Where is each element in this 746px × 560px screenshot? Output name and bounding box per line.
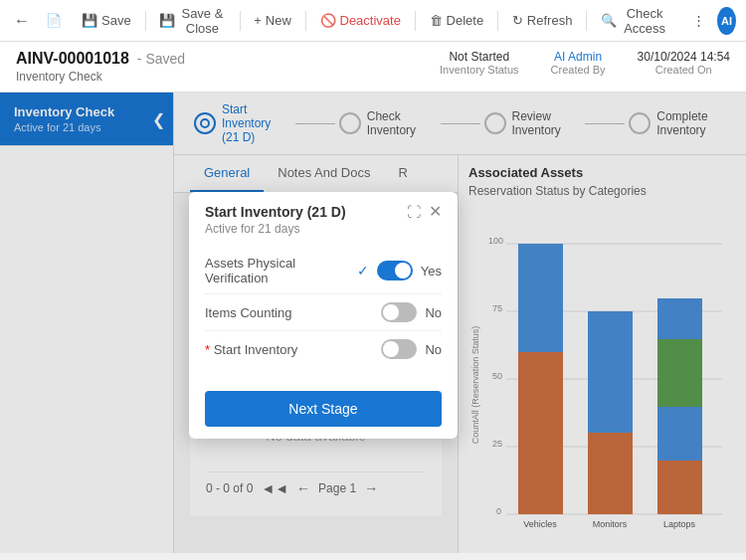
- sidebar-item-inventory-check[interactable]: Inventory Check Active for 21 days ❮: [0, 93, 173, 146]
- status-value: Not Started: [440, 50, 519, 64]
- assets-physical-toggle[interactable]: [377, 261, 413, 280]
- start-inventory-toggle[interactable]: [381, 339, 417, 359]
- user-avatar[interactable]: AI: [717, 7, 736, 35]
- svg-text:Monitors: Monitors: [593, 519, 628, 529]
- modal-body: Assets Physical Verification ✓ Yes Items…: [189, 236, 458, 379]
- items-counting-toggle[interactable]: [381, 302, 417, 322]
- back-button[interactable]: ←: [10, 8, 34, 34]
- refresh-label: Refresh: [527, 13, 573, 28]
- modal-expand-button[interactable]: ⛶: [407, 204, 421, 220]
- record-type: Inventory Check: [16, 70, 185, 84]
- save-icon: 💾: [82, 13, 97, 28]
- stage-circle-start: [194, 112, 216, 134]
- modal-header: Start Inventory (21 D) Active for 21 day…: [189, 192, 458, 236]
- delete-button[interactable]: 🗑 Delete: [422, 9, 492, 32]
- items-counting-value: No: [425, 305, 442, 320]
- created-on-value: 30/10/2024 14:54: [638, 50, 730, 64]
- separator-2: [240, 11, 241, 31]
- svg-rect-11: [518, 352, 563, 514]
- modal-title: Start Inventory (21 D): [205, 204, 346, 220]
- svg-rect-12: [518, 244, 563, 352]
- save-close-label: Save & Close: [179, 6, 225, 36]
- save-close-button[interactable]: 💾 Save & Close: [151, 2, 233, 40]
- stage-circle-complete: [629, 112, 651, 134]
- associated-assets-title: Associated Assets: [468, 165, 736, 180]
- svg-text:100: 100: [488, 236, 503, 246]
- tab-notes-and-docs[interactable]: Notes And Docs: [264, 155, 384, 192]
- next-page-button[interactable]: →: [364, 480, 378, 496]
- tab-general[interactable]: General: [190, 155, 264, 192]
- refresh-icon: ↻: [512, 13, 523, 28]
- svg-rect-19: [657, 339, 702, 407]
- tab-general-label: General: [204, 165, 250, 180]
- stage-connector-2: [441, 123, 480, 124]
- new-label: New: [266, 13, 291, 28]
- new-icon: +: [254, 13, 262, 28]
- header-title: AINV-00001018 - Saved: [16, 50, 185, 68]
- stage-start-inventory[interactable]: Start Inventory (21 D): [194, 102, 291, 144]
- status-meta: Not Started Inventory Status: [440, 50, 519, 76]
- chart-wrapper: CountAll (Reservation Status) 0 25 50 75…: [468, 206, 736, 544]
- next-stage-button[interactable]: Next Stage: [205, 391, 442, 427]
- svg-rect-15: [588, 311, 633, 433]
- save-close-icon: 💾: [159, 13, 175, 28]
- delete-icon: 🗑: [430, 13, 443, 28]
- stage-label-review: Review Inventory: [512, 109, 582, 137]
- stage-circle-review: [484, 112, 506, 134]
- modal-row-assets-physical: Assets Physical Verification ✓ Yes: [205, 248, 442, 294]
- header-meta: Not Started Inventory Status AI Admin Cr…: [440, 50, 730, 76]
- tab-related[interactable]: R: [384, 155, 421, 192]
- save-button[interactable]: 💾 Save: [74, 9, 139, 32]
- refresh-button[interactable]: ↻ Refresh: [504, 9, 581, 32]
- check-access-button[interactable]: 🔍 Check Access: [593, 2, 676, 40]
- page-label: Page 1: [318, 481, 356, 495]
- modal-close-button[interactable]: ✕: [429, 204, 442, 220]
- stage-connector-1: [295, 123, 335, 124]
- modal-title-group: Start Inventory (21 D) Active for 21 day…: [205, 204, 346, 236]
- main-layout: Inventory Check Active for 21 days ❮ Sta…: [0, 93, 746, 553]
- prev-page-button[interactable]: ←: [296, 480, 310, 496]
- items-counting-label: Items Counting: [205, 305, 291, 320]
- sidebar-item-title-0: Inventory Check: [14, 104, 159, 119]
- stage-circle-check: [339, 112, 361, 134]
- saved-indicator: - Saved: [137, 51, 185, 67]
- created-on-meta: 30/10/2024 14:54 Created On: [638, 50, 730, 76]
- deactivate-button[interactable]: 🚫 Deactivate: [312, 9, 409, 32]
- created-on-label: Created On: [638, 64, 730, 76]
- svg-text:75: 75: [492, 303, 502, 313]
- assets-physical-value: Yes: [421, 264, 442, 279]
- stage-check-inventory[interactable]: Check Inventory: [339, 109, 437, 137]
- more-icon: ⋮: [692, 13, 705, 28]
- modal-actions: ⛶ ✕: [407, 204, 442, 220]
- separator-4: [415, 11, 416, 31]
- deactivate-label: Deactivate: [340, 13, 401, 28]
- stage-complete-inventory[interactable]: Complete Inventory: [629, 109, 726, 137]
- reservation-status-title: Reservation Status by Categories: [468, 184, 736, 198]
- assets-physical-label: Assets Physical Verification: [205, 256, 357, 285]
- stage-progress-bar: Start Inventory (21 D) Check Inventory R…: [174, 93, 746, 155]
- pagination-info: 0 - 0 of 0: [206, 481, 253, 495]
- check-access-label: Check Access: [621, 6, 668, 36]
- stage-label-complete: Complete Inventory: [656, 109, 726, 137]
- separator-6: [586, 11, 587, 31]
- sidebar-item-subtitle-0: Active for 21 days: [14, 121, 159, 133]
- save-label: Save: [101, 13, 131, 28]
- first-page-button[interactable]: ◄◄: [261, 480, 288, 496]
- new-button[interactable]: + New: [246, 9, 299, 32]
- delete-label: Delete: [447, 13, 484, 28]
- items-counting-controls: No: [381, 302, 442, 322]
- svg-text:0: 0: [496, 506, 501, 516]
- doc-icon-button[interactable]: 📄: [38, 9, 70, 32]
- separator-3: [305, 11, 306, 31]
- chart-area: Associated Assets Reservation Status by …: [458, 155, 746, 553]
- svg-rect-14: [588, 433, 633, 514]
- sidebar-collapse-icon[interactable]: ❮: [152, 109, 165, 128]
- stage-review-inventory[interactable]: Review Inventory: [484, 109, 582, 137]
- modal-subtitle: Active for 21 days: [205, 222, 346, 236]
- created-by-value: AI Admin: [551, 50, 606, 64]
- tab-notes-label: Notes And Docs: [278, 165, 370, 180]
- record-id: AINV-00001018: [16, 50, 129, 68]
- modal-row-start-inventory: * Start Inventory No: [205, 331, 442, 367]
- more-options-button[interactable]: ⋮: [684, 9, 713, 32]
- bar-chart: CountAll (Reservation Status) 0 25 50 75…: [468, 206, 727, 544]
